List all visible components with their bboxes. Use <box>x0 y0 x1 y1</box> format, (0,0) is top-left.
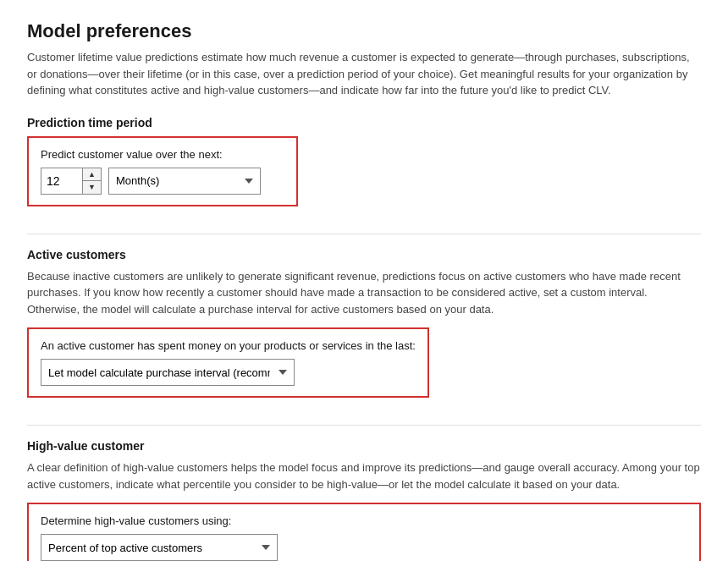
predict-number-input[interactable] <box>41 168 82 194</box>
divider-1 <box>27 234 701 234</box>
interval-select[interactable]: Let model calculate purchase interval (r… <box>41 359 295 386</box>
spin-buttons: ▲ ▼ <box>82 168 101 194</box>
spin-up-button[interactable]: ▲ <box>83 168 101 182</box>
prediction-section-title: Prediction time period <box>27 116 701 129</box>
high-value-box: Determine high-value customers using: Pe… <box>27 503 701 561</box>
active-customers-desc: Because inactive customers are unlikely … <box>27 268 701 318</box>
main-content: Model preferences Customer lifetime valu… <box>0 0 728 561</box>
prediction-controls: ▲ ▼ Month(s) Week(s) Year(s) <box>41 168 284 195</box>
prediction-box: Predict customer value over the next: ▲ … <box>27 136 298 206</box>
spin-down-button[interactable]: ▼ <box>83 181 101 194</box>
high-value-desc: A clear definition of high-value custome… <box>27 459 701 492</box>
divider-2 <box>27 425 701 426</box>
high-value-select[interactable]: Percent of top active customers Let mode… <box>41 534 278 561</box>
active-customers-section-title: Active customers <box>27 248 701 261</box>
number-input-wrapper[interactable]: ▲ ▼ <box>41 168 102 195</box>
active-customers-box-label: An active customer has spent money on yo… <box>41 339 416 352</box>
high-value-section-title: High-value customer <box>27 439 701 453</box>
intro-text: Customer lifetime value predictions esti… <box>27 49 701 99</box>
prediction-box-label: Predict customer value over the next: <box>41 148 284 161</box>
active-customers-box: An active customer has spent money on yo… <box>27 327 429 398</box>
high-value-box-label: Determine high-value customers using: <box>41 514 687 527</box>
page-title: Model preferences <box>27 20 701 42</box>
period-select[interactable]: Month(s) Week(s) Year(s) <box>108 168 261 195</box>
